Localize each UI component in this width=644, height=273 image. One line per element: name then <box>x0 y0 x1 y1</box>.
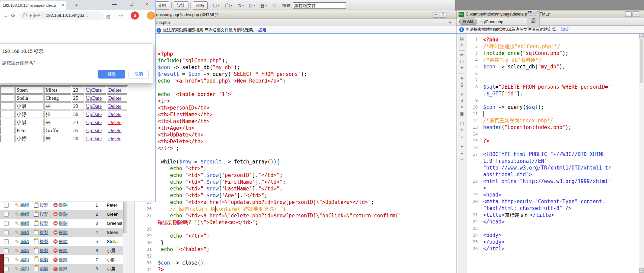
panel-grip[interactable] <box>529 16 537 16</box>
code-line[interactable]: echo "<td><a href=\"update.php?id=$row[p… <box>154 199 457 206</box>
forward-icon[interactable]: → <box>3 12 8 18</box>
code-line[interactable]: <?php <box>154 51 457 57</box>
code-line[interactable]: .$_GET['id']; <box>480 90 639 97</box>
edit-pencil-icon[interactable]: ✎ <box>15 202 19 208</box>
address-bar[interactable]: ⓘ 不安全 192.168.10.15/mypa... <box>20 11 104 20</box>
right-code-view[interactable]: ▤✻⇄▢✱◈{}#≶≡▣❑✎○±∓✑ 1<?php2/*呼叫並連線"sqlCon… <box>457 34 644 273</box>
code-line[interactable]: <meta http-equiv="Content-Type" content= <box>480 198 639 205</box>
code-line[interactable]: $con -> close(); <box>154 260 457 266</box>
delete-circle-icon[interactable] <box>53 239 58 244</box>
extension-icon-alert[interactable]: ! <box>147 11 155 20</box>
maximize-button[interactable]: □ <box>440 12 446 18</box>
code-line[interactable]: <title>無標題文件</title> <box>480 212 639 218</box>
refresh-icon[interactable]: ↻ <box>272 3 276 8</box>
code-line[interactable]: } <box>154 239 457 246</box>
code-line[interactable]: $con -> select_db("my_db"); <box>480 63 639 70</box>
copy-link[interactable]: 複製 <box>40 248 49 254</box>
edit-pencil-icon[interactable]: ✎ <box>15 257 19 263</box>
code-line[interactable]: </head> <box>480 218 639 225</box>
code-line[interactable] <box>480 97 639 104</box>
new-tab-button[interactable]: + <box>75 2 78 8</box>
row-checkbox[interactable] <box>4 248 9 253</box>
edit-link[interactable]: 編輯 <box>21 266 29 272</box>
scroll-up-icon[interactable]: ▲ <box>639 34 644 38</box>
delete-link[interactable]: Delete <box>108 87 121 93</box>
update-link[interactable]: UpDate <box>86 128 102 133</box>
delete-link[interactable]: Delete <box>108 95 121 101</box>
row-checkbox[interactable] <box>4 221 9 226</box>
code-line[interactable]: <!DOCTYPE html PUBLIC "-//W3C//DTD XHTML <box>480 151 639 158</box>
code-line[interactable]: /*網頁重新導向index.php*/ <box>480 117 639 124</box>
close-button[interactable]: × <box>145 1 148 7</box>
delete-circle-icon[interactable] <box>53 257 58 262</box>
code-line[interactable]: while($row = $result -> fetch_array()){ <box>154 158 457 165</box>
copy-link[interactable]: 複製 <box>40 239 49 245</box>
code-line[interactable]: echo "</table>"; <box>154 246 457 253</box>
copy-link[interactable]: 複製 <box>40 202 49 208</box>
code-line[interactable]: $result = $con -> query("SELECT * FROM p… <box>154 71 457 78</box>
code-line[interactable]: ?> <box>154 266 457 273</box>
copy-icon[interactable] <box>34 221 38 226</box>
code-line[interactable] <box>480 70 639 77</box>
scroll-down-icon[interactable]: ▼ <box>639 268 644 273</box>
edit-pencil-icon[interactable]: ✎ <box>15 211 19 217</box>
right-titlebar[interactable]: Dw C:\xampp\htdocs\mypage\delete.php (XH… <box>457 10 644 18</box>
delete-link[interactable]: Delete <box>108 112 121 117</box>
edit-pencil-icon[interactable]: ✎ <box>15 266 19 272</box>
delete-link[interactable]: Delete <box>108 128 121 133</box>
document-title-input[interactable]: 無標題文件 <box>293 2 346 9</box>
code-line[interactable]: <html xmlns="http://www.w3.org/1999/xhtm… <box>480 178 639 185</box>
page-info-icon[interactable]: ⓘ <box>23 13 27 19</box>
code-line[interactable]: echo "<table border='1'> <box>154 91 457 98</box>
view-button-0[interactable]: 分割 <box>154 1 169 10</box>
code-line[interactable]: $sql="DELETE FROM persons WHERE personID… <box>480 84 639 90</box>
file-management-icon[interactable]: ⇅ ▾ <box>238 3 244 8</box>
edit-link[interactable]: 編輯 <box>21 230 29 236</box>
copy-link[interactable]: 複製 <box>40 220 49 226</box>
minimize-button[interactable]: — <box>433 12 439 18</box>
update-link[interactable]: UpDate <box>86 103 102 109</box>
close-panel-icon[interactable]: × <box>536 10 538 14</box>
code-line[interactable]: echo "<td>".$row['personID']."</td>"; <box>154 172 457 179</box>
delete-link[interactable]: 刪除 <box>59 266 68 272</box>
delete-link[interactable]: 刪除 <box>59 211 68 217</box>
preview-browser-icon[interactable]: ◯ ▾ <box>225 3 232 8</box>
code-line[interactable]: echo "<td>".$row['FirstName']."</td>"; <box>154 179 457 185</box>
mid-titlebar[interactable]: tdocs\mypage\index.php (XHTML)* — □ <box>127 11 457 19</box>
edit-pencil-icon[interactable]: ✎ <box>15 248 19 254</box>
delete-link[interactable]: Delete <box>108 120 121 125</box>
delete-link[interactable]: 刪除 <box>59 220 68 226</box>
edit-link[interactable]: 編輯 <box>21 202 29 208</box>
delete-circle-icon[interactable] <box>53 203 58 207</box>
mid-code-lines[interactable]: 3<?php4include("sqlConn.php");5$con -> s… <box>127 51 457 273</box>
copy-link[interactable]: 複製 <box>40 211 49 217</box>
mid-code-view[interactable]: 3<?php4include("sqlConn.php");5$con -> s… <box>127 33 457 273</box>
code-line[interactable] <box>480 77 639 84</box>
code-line[interactable]: /*呼叫並連線"sqlConn.php"*/ <box>480 43 639 50</box>
code-line[interactable]: echo "<td>".$row['LastName']."</td>"; <box>154 185 457 192</box>
code-line[interactable]: echo "<tr>"; <box>154 165 457 172</box>
delete-circle-icon[interactable] <box>53 248 58 253</box>
code-line[interactable] <box>154 226 457 233</box>
right-setup-link[interactable]: 設定 <box>561 27 569 32</box>
delete-link[interactable]: 刪除 <box>59 248 68 254</box>
view-button-1[interactable]: 設計 <box>174 1 188 10</box>
confirm-cancel-button[interactable]: 取消 <box>128 70 149 79</box>
code-line[interactable]: echo "<td><a href=\"delete.php?id=$row[p… <box>154 212 457 219</box>
update-link[interactable]: UpDate <box>86 87 102 93</box>
maximize-button[interactable]: □ <box>130 1 133 7</box>
row-checkbox[interactable] <box>4 267 9 271</box>
pma-scrollbar[interactable] <box>123 201 127 273</box>
code-line[interactable]: ?> <box>480 138 639 144</box>
translate-icon[interactable]: 文 <box>107 13 110 19</box>
code-line[interactable]: </body> <box>480 239 639 245</box>
code-line[interactable]: ansitional.dtd"> <box>480 171 639 178</box>
update-link[interactable]: UpDate <box>86 95 102 101</box>
delete-link[interactable]: Delete <box>108 103 121 109</box>
edit-link[interactable]: 編輯 <box>21 248 29 254</box>
code-line[interactable]: </html> <box>480 245 639 252</box>
extension-icon-s[interactable]: S <box>131 11 139 20</box>
code-line[interactable]: echo "</tr>"; <box>154 233 457 239</box>
scrollbar-thumb[interactable] <box>640 39 643 83</box>
site-files-icon[interactable]: 品 <box>527 18 539 24</box>
